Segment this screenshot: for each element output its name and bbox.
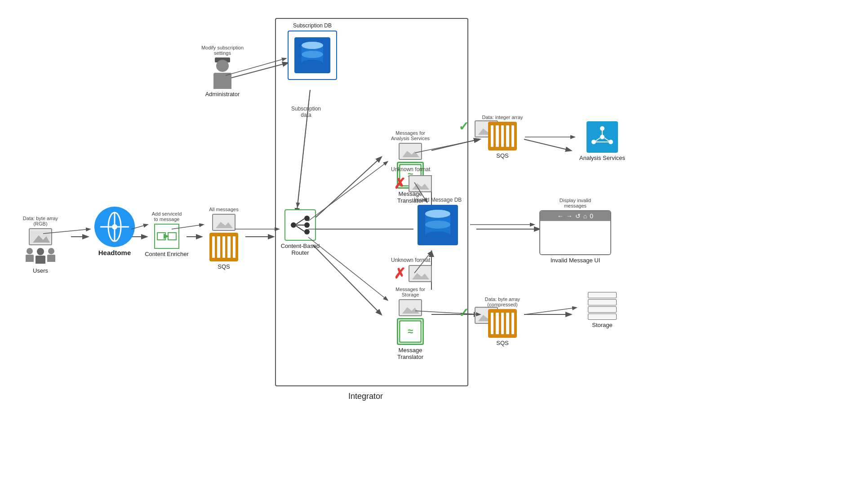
svg-point-23 xyxy=(112,224,117,230)
translator-bot-icon: ≈ xyxy=(397,318,424,345)
invalid-db-icon xyxy=(418,205,458,247)
svg-line-8 xyxy=(524,139,571,150)
sqs1-data-label: All messages xyxy=(209,207,238,212)
svg-point-30 xyxy=(304,216,310,221)
check-bot: ✓ xyxy=(458,305,469,320)
xmark-top: ✗ xyxy=(394,175,406,192)
unknown-format-bot-label: Unknown format xyxy=(391,257,430,263)
storage-icon xyxy=(588,292,617,320)
svg-point-32 xyxy=(304,229,310,234)
users-icon xyxy=(26,248,55,265)
users-msg-icon xyxy=(29,228,52,245)
admin-icon xyxy=(211,57,234,89)
storage-label: Storage xyxy=(592,322,613,328)
analysis-services-node: Analysis Services xyxy=(575,121,629,161)
checkmark-bot: ✓ xyxy=(458,306,469,320)
sqs2-node: Data: integer array SQS xyxy=(480,115,525,159)
unknown-format-top-label: Unknown format xyxy=(391,166,430,172)
svg-text:≈: ≈ xyxy=(408,326,413,337)
sqs3-node: Data: byte array(compressed) SQS xyxy=(480,296,525,346)
subscription-db-node: Subscription DB xyxy=(283,22,342,80)
checkmark-top: ✓ xyxy=(458,119,469,133)
svg-point-29 xyxy=(291,222,296,228)
sqs2-icon xyxy=(488,122,517,150)
translator-bot-label: MessageTranslator xyxy=(397,347,423,360)
router-icon xyxy=(284,209,316,241)
subscription-data-label: Subscriptiondata xyxy=(291,106,321,118)
sub-db-top-label: Subscription DB xyxy=(293,22,332,29)
svg-rect-25 xyxy=(168,233,176,240)
svg-point-40 xyxy=(302,51,323,58)
invalid-ui-icon: ← → ↺ ⌂ 0 xyxy=(539,210,611,255)
svg-line-86 xyxy=(525,308,576,314)
invalid-db-label: Invalid Message DB xyxy=(414,197,462,203)
unknown-top-msg-icon xyxy=(409,175,432,192)
msgs-storage-label: Messages forStorage xyxy=(395,287,425,297)
headtome-label: Headtome xyxy=(98,249,131,256)
analysis-label: Analysis Services xyxy=(579,155,625,161)
svg-point-62 xyxy=(425,231,450,239)
enricher-label: Content Enricher xyxy=(145,251,189,257)
admin-label: Administrator xyxy=(205,91,240,97)
svg-line-35 xyxy=(296,226,304,231)
headtome-node: Headtome xyxy=(88,207,142,256)
sqs1-label: SQS xyxy=(218,263,230,270)
svg-point-64 xyxy=(425,210,450,218)
sqs1-msg-icon xyxy=(212,214,235,231)
msgs-analysis-label: Messages forAnalysis Services xyxy=(391,130,430,141)
sqs3-icon xyxy=(488,309,517,338)
content-enricher-node: Add serviceIdto message Content Enricher xyxy=(142,211,191,257)
svg-point-31 xyxy=(304,222,310,228)
unknown-bot-msg-icon xyxy=(409,265,432,282)
invalid-msg-ui-node: Display invalidmessages ← → ↺ ⌂ 0 Invali… xyxy=(535,198,616,264)
sqs3-label: SQS xyxy=(496,340,508,346)
svg-point-49 xyxy=(600,126,604,131)
svg-rect-24 xyxy=(157,233,165,240)
modify-label: Modify subscriptionsettings xyxy=(201,45,244,56)
svg-point-63 xyxy=(425,221,450,229)
headtome-icon xyxy=(94,207,135,247)
check-top: ✓ xyxy=(458,119,469,134)
enricher-data-label: Add serviceIdto message xyxy=(152,211,182,222)
svg-point-18 xyxy=(45,233,49,236)
sqs2-data-label: Data: integer array xyxy=(482,115,523,120)
users-label: Users xyxy=(33,267,48,274)
data-label-users: Data: byte array(RGB) xyxy=(23,216,58,226)
svg-line-33 xyxy=(296,219,304,224)
sqs3-data-label: Data: byte array(compressed) xyxy=(485,296,520,307)
svg-point-39 xyxy=(302,60,323,67)
svg-point-41 xyxy=(302,42,323,49)
subscription-db-icon xyxy=(288,31,337,80)
invalid-msg-db-node: Invalid Message DB xyxy=(406,197,469,247)
sqs1-icon xyxy=(209,233,238,261)
sqs1-node: All messages SQS xyxy=(201,207,246,270)
svg-point-52 xyxy=(600,135,604,139)
integrator-label: Integrator xyxy=(348,392,383,401)
enricher-icon xyxy=(154,224,179,249)
router-node: Content-BasedRouter xyxy=(278,209,323,256)
diagram-container: Integrator Data: byte array(RGB) xyxy=(0,0,862,504)
xmark-bot: ✗ xyxy=(394,265,406,282)
administrator-node: Modify subscriptionsettings Administrato… xyxy=(198,45,247,97)
translator-bot-msg-icon xyxy=(399,299,422,316)
sqs2-label: SQS xyxy=(496,152,508,159)
display-invalid-label: Display invalidmessages xyxy=(560,198,591,208)
storage-node: Storage xyxy=(580,292,625,328)
analysis-icon xyxy=(587,121,618,153)
unknown-format-top: ✗ xyxy=(394,175,432,192)
users-node: Data: byte array(RGB) Users xyxy=(13,216,67,274)
invalid-ui-label: Invalid Message UI xyxy=(551,257,600,264)
msg-translator-bot-node: Messages forStorage ≈ MessageTranslator xyxy=(386,287,435,360)
router-label: Content-BasedRouter xyxy=(281,243,320,256)
translator-top-msg-icon xyxy=(399,143,422,160)
unknown-format-bot: ✗ xyxy=(394,265,432,282)
